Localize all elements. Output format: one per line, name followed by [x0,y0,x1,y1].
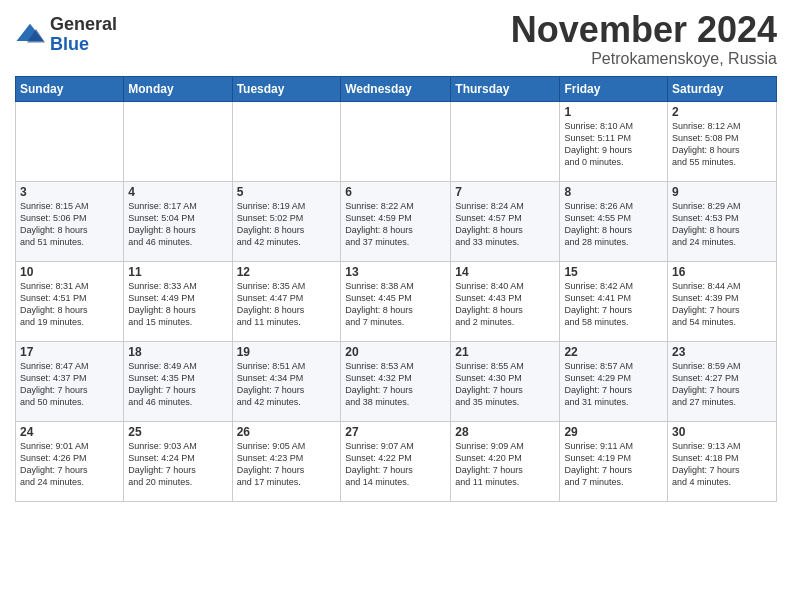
day-info: Sunrise: 8:22 AM Sunset: 4:59 PM Dayligh… [345,200,446,249]
day-info: Sunrise: 8:51 AM Sunset: 4:34 PM Dayligh… [237,360,337,409]
calendar-cell: 9Sunrise: 8:29 AM Sunset: 4:53 PM Daylig… [668,181,777,261]
day-number: 24 [20,425,119,439]
calendar-cell [16,101,124,181]
day-info: Sunrise: 8:59 AM Sunset: 4:27 PM Dayligh… [672,360,772,409]
day-info: Sunrise: 8:44 AM Sunset: 4:39 PM Dayligh… [672,280,772,329]
day-info: Sunrise: 8:47 AM Sunset: 4:37 PM Dayligh… [20,360,119,409]
weekday-header-row: SundayMondayTuesdayWednesdayThursdayFrid… [16,76,777,101]
day-number: 10 [20,265,119,279]
day-number: 12 [237,265,337,279]
day-number: 18 [128,345,227,359]
day-number: 30 [672,425,772,439]
title-block: November 2024 Petrokamenskoye, Russia [511,10,777,68]
day-info: Sunrise: 8:57 AM Sunset: 4:29 PM Dayligh… [564,360,663,409]
month-title: November 2024 [511,10,777,50]
day-info: Sunrise: 9:13 AM Sunset: 4:18 PM Dayligh… [672,440,772,489]
header: General Blue November 2024 Petrokamensko… [15,10,777,68]
day-info: Sunrise: 8:19 AM Sunset: 5:02 PM Dayligh… [237,200,337,249]
calendar-cell: 29Sunrise: 9:11 AM Sunset: 4:19 PM Dayli… [560,421,668,501]
day-info: Sunrise: 8:38 AM Sunset: 4:45 PM Dayligh… [345,280,446,329]
day-number: 20 [345,345,446,359]
calendar-cell: 13Sunrise: 8:38 AM Sunset: 4:45 PM Dayli… [341,261,451,341]
day-info: Sunrise: 8:12 AM Sunset: 5:08 PM Dayligh… [672,120,772,169]
calendar-cell: 11Sunrise: 8:33 AM Sunset: 4:49 PM Dayli… [124,261,232,341]
calendar-cell: 18Sunrise: 8:49 AM Sunset: 4:35 PM Dayli… [124,341,232,421]
calendar-cell [451,101,560,181]
day-info: Sunrise: 8:40 AM Sunset: 4:43 PM Dayligh… [455,280,555,329]
day-number: 19 [237,345,337,359]
calendar-cell: 2Sunrise: 8:12 AM Sunset: 5:08 PM Daylig… [668,101,777,181]
day-info: Sunrise: 8:17 AM Sunset: 5:04 PM Dayligh… [128,200,227,249]
week-row-3: 10Sunrise: 8:31 AM Sunset: 4:51 PM Dayli… [16,261,777,341]
day-number: 2 [672,105,772,119]
location: Petrokamenskoye, Russia [511,50,777,68]
calendar-cell: 10Sunrise: 8:31 AM Sunset: 4:51 PM Dayli… [16,261,124,341]
day-number: 4 [128,185,227,199]
weekday-header-saturday: Saturday [668,76,777,101]
calendar-cell: 30Sunrise: 9:13 AM Sunset: 4:18 PM Dayli… [668,421,777,501]
calendar-cell [232,101,341,181]
calendar-cell [124,101,232,181]
logo-text: General Blue [50,15,117,55]
calendar-cell: 15Sunrise: 8:42 AM Sunset: 4:41 PM Dayli… [560,261,668,341]
calendar-cell: 23Sunrise: 8:59 AM Sunset: 4:27 PM Dayli… [668,341,777,421]
calendar-cell: 24Sunrise: 9:01 AM Sunset: 4:26 PM Dayli… [16,421,124,501]
calendar-cell: 28Sunrise: 9:09 AM Sunset: 4:20 PM Dayli… [451,421,560,501]
logo-icon [15,20,45,50]
day-number: 13 [345,265,446,279]
week-row-5: 24Sunrise: 9:01 AM Sunset: 4:26 PM Dayli… [16,421,777,501]
day-info: Sunrise: 8:35 AM Sunset: 4:47 PM Dayligh… [237,280,337,329]
day-number: 28 [455,425,555,439]
calendar-cell: 14Sunrise: 8:40 AM Sunset: 4:43 PM Dayli… [451,261,560,341]
day-number: 6 [345,185,446,199]
calendar-cell: 19Sunrise: 8:51 AM Sunset: 4:34 PM Dayli… [232,341,341,421]
week-row-4: 17Sunrise: 8:47 AM Sunset: 4:37 PM Dayli… [16,341,777,421]
day-info: Sunrise: 9:01 AM Sunset: 4:26 PM Dayligh… [20,440,119,489]
calendar-cell: 12Sunrise: 8:35 AM Sunset: 4:47 PM Dayli… [232,261,341,341]
calendar-cell: 6Sunrise: 8:22 AM Sunset: 4:59 PM Daylig… [341,181,451,261]
day-number: 21 [455,345,555,359]
calendar-cell: 27Sunrise: 9:07 AM Sunset: 4:22 PM Dayli… [341,421,451,501]
day-number: 5 [237,185,337,199]
day-number: 27 [345,425,446,439]
day-number: 3 [20,185,119,199]
calendar-cell: 16Sunrise: 8:44 AM Sunset: 4:39 PM Dayli… [668,261,777,341]
day-info: Sunrise: 8:55 AM Sunset: 4:30 PM Dayligh… [455,360,555,409]
day-number: 14 [455,265,555,279]
day-number: 9 [672,185,772,199]
calendar-cell: 1Sunrise: 8:10 AM Sunset: 5:11 PM Daylig… [560,101,668,181]
weekday-header-friday: Friday [560,76,668,101]
calendar-cell: 22Sunrise: 8:57 AM Sunset: 4:29 PM Dayli… [560,341,668,421]
day-number: 22 [564,345,663,359]
day-info: Sunrise: 8:10 AM Sunset: 5:11 PM Dayligh… [564,120,663,169]
weekday-header-tuesday: Tuesday [232,76,341,101]
day-info: Sunrise: 8:24 AM Sunset: 4:57 PM Dayligh… [455,200,555,249]
day-info: Sunrise: 8:31 AM Sunset: 4:51 PM Dayligh… [20,280,119,329]
weekday-header-monday: Monday [124,76,232,101]
weekday-header-wednesday: Wednesday [341,76,451,101]
calendar-cell: 3Sunrise: 8:15 AM Sunset: 5:06 PM Daylig… [16,181,124,261]
day-info: Sunrise: 8:29 AM Sunset: 4:53 PM Dayligh… [672,200,772,249]
calendar-cell: 7Sunrise: 8:24 AM Sunset: 4:57 PM Daylig… [451,181,560,261]
day-info: Sunrise: 9:03 AM Sunset: 4:24 PM Dayligh… [128,440,227,489]
day-number: 25 [128,425,227,439]
calendar-cell: 21Sunrise: 8:55 AM Sunset: 4:30 PM Dayli… [451,341,560,421]
calendar-cell [341,101,451,181]
calendar-cell: 17Sunrise: 8:47 AM Sunset: 4:37 PM Dayli… [16,341,124,421]
day-number: 1 [564,105,663,119]
week-row-2: 3Sunrise: 8:15 AM Sunset: 5:06 PM Daylig… [16,181,777,261]
day-info: Sunrise: 8:49 AM Sunset: 4:35 PM Dayligh… [128,360,227,409]
day-number: 29 [564,425,663,439]
calendar-cell: 26Sunrise: 9:05 AM Sunset: 4:23 PM Dayli… [232,421,341,501]
day-info: Sunrise: 8:26 AM Sunset: 4:55 PM Dayligh… [564,200,663,249]
weekday-header-thursday: Thursday [451,76,560,101]
day-number: 17 [20,345,119,359]
day-info: Sunrise: 8:15 AM Sunset: 5:06 PM Dayligh… [20,200,119,249]
day-info: Sunrise: 9:07 AM Sunset: 4:22 PM Dayligh… [345,440,446,489]
page: General Blue November 2024 Petrokamensko… [0,0,792,612]
day-info: Sunrise: 8:33 AM Sunset: 4:49 PM Dayligh… [128,280,227,329]
day-number: 15 [564,265,663,279]
logo-general: General [50,14,117,34]
day-number: 8 [564,185,663,199]
day-number: 11 [128,265,227,279]
